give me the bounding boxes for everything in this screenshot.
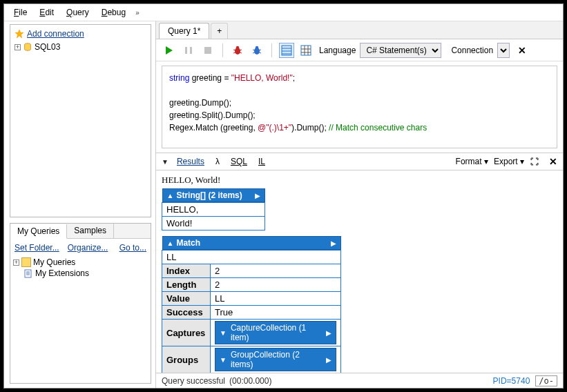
tab-results[interactable]: Results (174, 155, 207, 168)
prop-value: True (211, 306, 341, 320)
bug-red-button[interactable] (230, 43, 245, 58)
file-label: My Extensions (35, 268, 89, 278)
tab-sql[interactable]: SQL (228, 155, 250, 168)
queries-panel: My Queries Samples Set Folder... Organiz… (10, 223, 151, 384)
menu-query[interactable]: Query (61, 6, 95, 19)
menu-file[interactable]: File (8, 6, 32, 19)
svg-rect-7 (185, 47, 187, 54)
connections-panel: Add connection + SQL03 (10, 24, 151, 217)
expand-toggle-icon[interactable]: + (15, 44, 21, 50)
stop-icon (202, 45, 213, 56)
svg-point-17 (256, 46, 259, 49)
svg-line-21 (259, 52, 261, 53)
expand-results-icon[interactable] (530, 157, 539, 166)
svg-rect-9 (204, 47, 211, 54)
svg-line-20 (253, 52, 255, 53)
tab-my-queries[interactable]: My Queries (10, 224, 67, 239)
svg-rect-8 (190, 47, 192, 54)
menu-overflow-icon[interactable]: » (135, 9, 140, 17)
svg-rect-26 (301, 46, 311, 55)
svg-marker-0 (15, 30, 23, 38)
file-icon (24, 269, 33, 278)
database-icon (23, 42, 32, 52)
prop-key: Groups (162, 346, 211, 373)
pause-icon (183, 45, 194, 56)
connection-tree-item[interactable]: + SQL03 (15, 41, 148, 52)
pause-button[interactable] (181, 43, 196, 58)
file-my-extensions[interactable]: My Extensions (24, 268, 149, 279)
results-pane[interactable]: HELLO, World! ▲ String[] (2 items) ▶ HEL… (156, 170, 563, 373)
organize-link[interactable]: Organize... (68, 243, 108, 253)
dump-match: ▲ Match ▶ LL Index2 Length2 ValueLL Succ… (162, 236, 341, 373)
menu-bar: File Edit Query Debug » (4, 4, 563, 21)
menu-debug[interactable]: Debug (96, 6, 131, 19)
prop-value: ▼ GroupCollection (2 items) ▶ (211, 346, 341, 373)
bug-icon (251, 45, 262, 56)
goto-link[interactable]: Go to... (119, 243, 146, 253)
chevron-right-icon: ▶ (326, 329, 331, 337)
svg-marker-6 (166, 46, 173, 55)
string-array-header[interactable]: ▲ String[] (2 items) ▶ (162, 188, 265, 202)
code-editor[interactable]: string greeting = "HELLO, World!"; greet… (162, 66, 557, 148)
format-dropdown[interactable]: Format ▾ (456, 157, 488, 166)
prop-key: Length (162, 278, 211, 292)
folder-icon (21, 257, 31, 267)
status-text: Query successful (162, 376, 225, 386)
prop-key: Captures (162, 320, 211, 346)
expand-toggle-icon[interactable]: + (13, 259, 19, 266)
prop-value: 2 (211, 264, 341, 278)
export-dropdown[interactable]: Export ▾ (494, 157, 524, 166)
connection-select[interactable] (497, 43, 510, 58)
grid-plain-icon (300, 45, 311, 56)
tab-lambda[interactable]: λ (213, 155, 222, 168)
tab-new-query[interactable]: + (211, 23, 228, 39)
close-results-button[interactable]: ✕ (549, 156, 557, 167)
add-connection-link[interactable]: Add connection (27, 29, 84, 39)
bug-icon (232, 45, 243, 56)
capture-collection-expander[interactable]: ▼ CaptureCollection (1 item) ▶ (215, 321, 336, 344)
chevron-right-icon: ▶ (255, 192, 260, 199)
tab-query-1[interactable]: Query 1* (159, 23, 209, 39)
collapse-icon: ▲ (167, 192, 174, 199)
optimize-toggle[interactable]: /o- (535, 375, 557, 386)
prop-value: LL (211, 292, 341, 306)
connection-label: Connection (451, 46, 493, 55)
tab-samples[interactable]: Samples (67, 224, 114, 238)
status-time: (00:00.000) (229, 376, 271, 386)
collapse-results-icon[interactable]: ▼ (162, 158, 169, 166)
main-area: Query 1* + (156, 21, 563, 388)
collapse-icon: ▲ (167, 239, 174, 247)
language-select[interactable]: C# Statement(s) (360, 43, 441, 58)
prop-key: Index (162, 264, 211, 278)
results-rich-button[interactable] (279, 43, 294, 58)
stop-button[interactable] (200, 43, 215, 58)
close-query-button[interactable]: ✕ (518, 45, 526, 56)
chevron-down-icon: ▼ (220, 329, 227, 337)
bug-blue-button[interactable] (249, 43, 265, 58)
horizontal-splitter[interactable] (10, 217, 151, 223)
prop-key: Success (162, 306, 211, 320)
run-button[interactable] (162, 43, 177, 58)
folder-label: My Queries (33, 257, 75, 267)
results-grid-button[interactable] (298, 43, 314, 58)
folder-my-queries[interactable]: + My Queries (13, 257, 149, 268)
svg-point-11 (236, 46, 240, 49)
tab-il[interactable]: IL (256, 155, 268, 168)
menu-edit[interactable]: Edit (34, 6, 59, 19)
grid-rich-icon (281, 45, 292, 56)
group-collection-expander[interactable]: ▼ GroupCollection (2 items) ▶ (215, 348, 336, 371)
prop-value: 2 (211, 278, 341, 292)
set-folder-link[interactable]: Set Folder... (15, 243, 59, 253)
chevron-right-icon: ▶ (326, 356, 331, 364)
queries-tree: + My Queries My Extensions (10, 254, 151, 383)
dump-greeting: HELLO, World! (162, 175, 557, 186)
toolbar-separator (271, 43, 272, 57)
match-header[interactable]: ▲ Match ▶ (162, 236, 341, 250)
prop-value: ▼ CaptureCollection (1 item) ▶ (211, 320, 341, 346)
play-icon (164, 45, 175, 56)
results-tabbar: ▼ Results λ SQL IL Format ▾ Export ▾ ✕ (156, 153, 563, 170)
language-label: Language (319, 46, 356, 55)
queries-tabstrip: My Queries Samples (10, 224, 151, 239)
chevron-down-icon: ▼ (220, 356, 227, 364)
left-sidebar: Add connection + SQL03 My Queries Sample… (4, 21, 156, 388)
